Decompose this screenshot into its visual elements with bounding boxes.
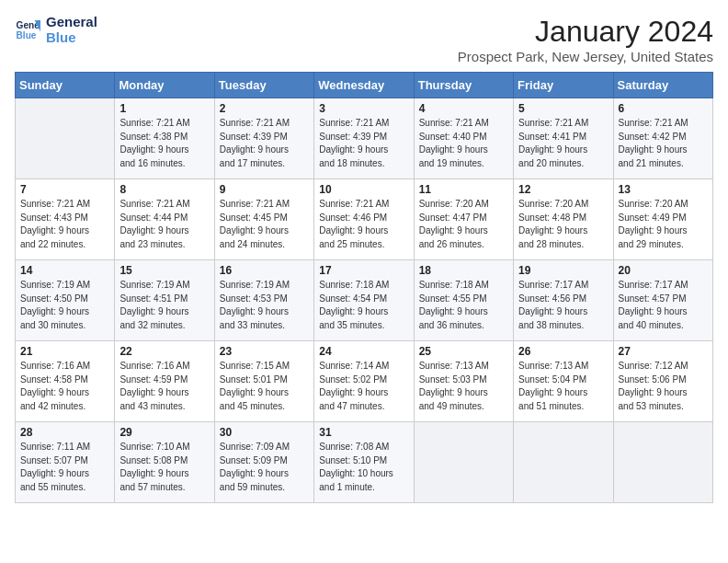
- day-number: 26: [518, 345, 608, 358]
- calendar-week-row: 21Sunrise: 7:16 AM Sunset: 4:58 PM Dayli…: [16, 341, 713, 422]
- calendar-cell: 18Sunrise: 7:18 AM Sunset: 4:55 PM Dayli…: [414, 260, 513, 341]
- calendar-cell: 27Sunrise: 7:12 AM Sunset: 5:06 PM Dayli…: [613, 341, 712, 422]
- day-number: 30: [220, 426, 309, 439]
- day-info: Sunrise: 7:21 AM Sunset: 4:42 PM Dayligh…: [619, 117, 708, 170]
- calendar-week-row: 28Sunrise: 7:11 AM Sunset: 5:07 PM Dayli…: [16, 422, 713, 503]
- day-info: Sunrise: 7:12 AM Sunset: 5:06 PM Dayligh…: [619, 360, 708, 413]
- day-info: Sunrise: 7:21 AM Sunset: 4:40 PM Dayligh…: [419, 117, 508, 170]
- calendar-week-row: 7Sunrise: 7:21 AM Sunset: 4:43 PM Daylig…: [16, 179, 713, 260]
- day-number: 29: [119, 426, 209, 439]
- day-number: 10: [319, 183, 408, 196]
- calendar-cell: 13Sunrise: 7:20 AM Sunset: 4:49 PM Dayli…: [613, 179, 712, 260]
- day-number: 17: [319, 264, 408, 277]
- calendar-cell: 20Sunrise: 7:17 AM Sunset: 4:57 PM Dayli…: [613, 260, 712, 341]
- day-number: 4: [419, 102, 508, 115]
- calendar-cell: 9Sunrise: 7:21 AM Sunset: 4:45 PM Daylig…: [214, 179, 313, 260]
- day-info: Sunrise: 7:20 AM Sunset: 4:49 PM Dayligh…: [619, 198, 708, 251]
- calendar-cell: 24Sunrise: 7:14 AM Sunset: 5:02 PM Dayli…: [314, 341, 414, 422]
- day-number: 21: [20, 345, 109, 358]
- day-info: Sunrise: 7:19 AM Sunset: 4:51 PM Dayligh…: [119, 279, 209, 332]
- calendar-cell: 3Sunrise: 7:21 AM Sunset: 4:39 PM Daylig…: [314, 98, 414, 179]
- calendar-week-row: 1Sunrise: 7:21 AM Sunset: 4:38 PM Daylig…: [16, 98, 713, 179]
- calendar-cell: 30Sunrise: 7:09 AM Sunset: 5:09 PM Dayli…: [214, 422, 313, 503]
- weekday-header-friday: Friday: [514, 73, 613, 98]
- calendar-cell: 25Sunrise: 7:13 AM Sunset: 5:03 PM Dayli…: [414, 341, 513, 422]
- day-info: Sunrise: 7:17 AM Sunset: 4:57 PM Dayligh…: [619, 279, 708, 332]
- day-number: 24: [319, 345, 408, 358]
- day-number: 12: [518, 183, 608, 196]
- calendar-cell: [414, 422, 513, 503]
- day-number: 16: [220, 264, 309, 277]
- calendar-cell: 31Sunrise: 7:08 AM Sunset: 5:10 PM Dayli…: [314, 422, 414, 503]
- day-number: 18: [419, 264, 508, 277]
- weekday-header-saturday: Saturday: [613, 73, 712, 98]
- day-number: 15: [119, 264, 209, 277]
- calendar-cell: 17Sunrise: 7:18 AM Sunset: 4:54 PM Dayli…: [314, 260, 414, 341]
- day-number: 9: [220, 183, 309, 196]
- day-number: 1: [119, 102, 209, 115]
- day-number: 13: [619, 183, 708, 196]
- day-number: 14: [20, 264, 109, 277]
- logo-general: General: [46, 15, 97, 30]
- day-info: Sunrise: 7:18 AM Sunset: 4:54 PM Dayligh…: [319, 279, 408, 332]
- calendar-cell: 29Sunrise: 7:10 AM Sunset: 5:08 PM Dayli…: [115, 422, 214, 503]
- calendar-cell: 5Sunrise: 7:21 AM Sunset: 4:41 PM Daylig…: [514, 98, 613, 179]
- day-number: 22: [119, 345, 209, 358]
- page-header: General Blue General Blue January 2024 P…: [15, 15, 713, 64]
- calendar-table: SundayMondayTuesdayWednesdayThursdayFrid…: [15, 72, 713, 503]
- calendar-cell: 16Sunrise: 7:19 AM Sunset: 4:53 PM Dayli…: [214, 260, 313, 341]
- day-info: Sunrise: 7:21 AM Sunset: 4:39 PM Dayligh…: [319, 117, 408, 170]
- day-info: Sunrise: 7:21 AM Sunset: 4:45 PM Dayligh…: [220, 198, 309, 251]
- day-info: Sunrise: 7:15 AM Sunset: 5:01 PM Dayligh…: [220, 360, 309, 413]
- day-info: Sunrise: 7:18 AM Sunset: 4:55 PM Dayligh…: [419, 279, 508, 332]
- day-number: 25: [419, 345, 508, 358]
- calendar-cell: 7Sunrise: 7:21 AM Sunset: 4:43 PM Daylig…: [16, 179, 115, 260]
- logo-blue: Blue: [46, 30, 97, 46]
- day-number: 28: [20, 426, 109, 439]
- day-number: 5: [518, 102, 608, 115]
- day-info: Sunrise: 7:19 AM Sunset: 4:50 PM Dayligh…: [20, 279, 109, 332]
- calendar-cell: 8Sunrise: 7:21 AM Sunset: 4:44 PM Daylig…: [115, 179, 214, 260]
- day-info: Sunrise: 7:20 AM Sunset: 4:48 PM Dayligh…: [518, 198, 608, 251]
- calendar-cell: 10Sunrise: 7:21 AM Sunset: 4:46 PM Dayli…: [314, 179, 414, 260]
- day-info: Sunrise: 7:08 AM Sunset: 5:10 PM Dayligh…: [319, 441, 408, 494]
- calendar-cell: 19Sunrise: 7:17 AM Sunset: 4:56 PM Dayli…: [514, 260, 613, 341]
- calendar-body: 1Sunrise: 7:21 AM Sunset: 4:38 PM Daylig…: [16, 98, 713, 503]
- day-info: Sunrise: 7:21 AM Sunset: 4:39 PM Dayligh…: [220, 117, 309, 170]
- day-info: Sunrise: 7:16 AM Sunset: 4:59 PM Dayligh…: [119, 360, 209, 413]
- day-info: Sunrise: 7:17 AM Sunset: 4:56 PM Dayligh…: [518, 279, 608, 332]
- day-number: 7: [20, 183, 109, 196]
- day-info: Sunrise: 7:10 AM Sunset: 5:08 PM Dayligh…: [119, 441, 209, 494]
- day-info: Sunrise: 7:09 AM Sunset: 5:09 PM Dayligh…: [220, 441, 309, 494]
- calendar-cell: 28Sunrise: 7:11 AM Sunset: 5:07 PM Dayli…: [16, 422, 115, 503]
- calendar-cell: 4Sunrise: 7:21 AM Sunset: 4:40 PM Daylig…: [414, 98, 513, 179]
- day-info: Sunrise: 7:14 AM Sunset: 5:02 PM Dayligh…: [319, 360, 408, 413]
- day-number: 23: [220, 345, 309, 358]
- weekday-header-wednesday: Wednesday: [314, 73, 414, 98]
- calendar-week-row: 14Sunrise: 7:19 AM Sunset: 4:50 PM Dayli…: [16, 260, 713, 341]
- day-number: 19: [518, 264, 608, 277]
- calendar-cell: 23Sunrise: 7:15 AM Sunset: 5:01 PM Dayli…: [214, 341, 313, 422]
- calendar-cell: 15Sunrise: 7:19 AM Sunset: 4:51 PM Dayli…: [115, 260, 214, 341]
- calendar-cell: 2Sunrise: 7:21 AM Sunset: 4:39 PM Daylig…: [214, 98, 313, 179]
- calendar-cell: 26Sunrise: 7:13 AM Sunset: 5:04 PM Dayli…: [514, 341, 613, 422]
- calendar-cell: 11Sunrise: 7:20 AM Sunset: 4:47 PM Dayli…: [414, 179, 513, 260]
- day-number: 6: [619, 102, 708, 115]
- calendar-header-row: SundayMondayTuesdayWednesdayThursdayFrid…: [16, 73, 713, 98]
- logo: General Blue General Blue: [15, 15, 97, 45]
- calendar-cell: 6Sunrise: 7:21 AM Sunset: 4:42 PM Daylig…: [613, 98, 712, 179]
- weekday-header-monday: Monday: [115, 73, 214, 98]
- day-info: Sunrise: 7:21 AM Sunset: 4:43 PM Dayligh…: [20, 198, 109, 251]
- day-number: 8: [119, 183, 209, 196]
- day-info: Sunrise: 7:13 AM Sunset: 5:03 PM Dayligh…: [419, 360, 508, 413]
- title-block: January 2024 Prospect Park, New Jersey, …: [458, 15, 713, 64]
- day-info: Sunrise: 7:21 AM Sunset: 4:46 PM Dayligh…: [319, 198, 408, 251]
- month-title: January 2024: [458, 15, 713, 49]
- day-number: 27: [619, 345, 708, 358]
- calendar-cell: 1Sunrise: 7:21 AM Sunset: 4:38 PM Daylig…: [115, 98, 214, 179]
- calendar-cell: 14Sunrise: 7:19 AM Sunset: 4:50 PM Dayli…: [16, 260, 115, 341]
- weekday-header-tuesday: Tuesday: [214, 73, 313, 98]
- day-info: Sunrise: 7:13 AM Sunset: 5:04 PM Dayligh…: [518, 360, 608, 413]
- weekday-header-thursday: Thursday: [414, 73, 513, 98]
- calendar-cell: 12Sunrise: 7:20 AM Sunset: 4:48 PM Dayli…: [514, 179, 613, 260]
